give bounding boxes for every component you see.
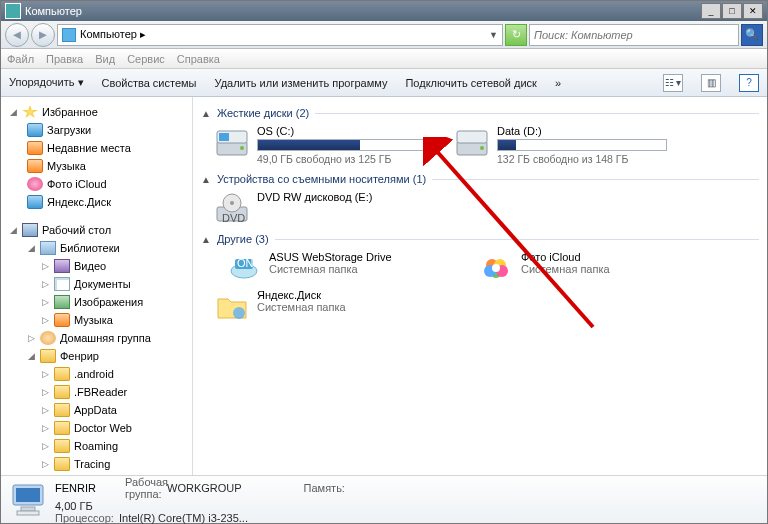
menu-edit[interactable]: Правка (46, 53, 83, 65)
titlebar[interactable]: Компьютер _ □ ✕ (1, 1, 767, 21)
svg-point-3 (240, 146, 244, 150)
sidebar-roaming[interactable]: ▷Roaming (1, 437, 192, 455)
organize-button[interactable]: Упорядочить ▾ (9, 76, 84, 89)
sidebar-fenrir[interactable]: ◢Фенрир (1, 347, 192, 365)
homegroup-icon (40, 331, 56, 345)
folder-icon (54, 421, 70, 435)
favorites-group[interactable]: ◢Избранное (1, 103, 192, 121)
sidebar-video[interactable]: ▷Видео (1, 257, 192, 275)
icloud-photos-icon (27, 177, 43, 191)
content-pane[interactable]: ▲Жесткие диски (2) OS (C:) 49,0 ГБ свобо… (193, 97, 767, 475)
forward-button[interactable]: ► (31, 23, 55, 47)
sidebar-homegroup[interactable]: ▷Домашняя группа (1, 329, 192, 347)
yandex-disk-folder-icon (215, 289, 249, 323)
svg-point-19 (492, 264, 500, 272)
sidebar-tracing[interactable]: ▷Tracing (1, 455, 192, 473)
sidebar-downloads[interactable]: Загрузки (1, 121, 192, 139)
menu-bar: Файл Правка Вид Сервис Справка (1, 49, 767, 69)
hard-drive-icon (215, 125, 249, 159)
group-other[interactable]: ▲Другие (3) (201, 233, 759, 245)
group-removable[interactable]: ▲Устройства со съемными носителями (1) (201, 173, 759, 185)
svg-point-9 (230, 201, 234, 205)
minimize-button[interactable]: _ (701, 3, 721, 19)
sidebar-documents[interactable]: ▷Документы (1, 275, 192, 293)
drive-usage-bar (497, 139, 667, 151)
desktop-icon (22, 223, 38, 237)
computer-icon (62, 28, 76, 42)
cloud-drive-icon: ON AIR (227, 251, 261, 285)
sidebar-yandex-disk[interactable]: Яндекс.Диск (1, 193, 192, 211)
svg-point-20 (233, 307, 245, 319)
view-layout-icon[interactable]: ☷ ▾ (663, 74, 683, 92)
menu-help[interactable]: Справка (177, 53, 220, 65)
folder-icon (54, 385, 70, 399)
address-bar[interactable]: Компьютер ▸ ▼ (57, 24, 503, 46)
window-title: Компьютер (25, 5, 700, 17)
window-icon (5, 3, 21, 19)
help-icon[interactable]: ? (739, 74, 759, 92)
drive-d[interactable]: Data (D:) 132 ГБ свободно из 148 ГБ (453, 123, 673, 167)
map-network-drive-button[interactable]: Подключить сетевой диск (405, 77, 536, 89)
uninstall-program-button[interactable]: Удалить или изменить программу (215, 77, 388, 89)
sidebar-android[interactable]: ▷.android (1, 365, 192, 383)
refresh-button[interactable]: ↻ (505, 24, 527, 46)
preview-pane-icon[interactable]: ▥ (701, 74, 721, 92)
nav-row: ◄ ► Компьютер ▸ ▼ ↻ 🔍 (1, 21, 767, 49)
sidebar-recent[interactable]: Недавние места (1, 139, 192, 157)
yandex-disk-icon (27, 195, 43, 209)
search-button[interactable]: 🔍 (741, 24, 763, 46)
breadcrumb[interactable]: Компьютер ▸ (80, 28, 146, 41)
desktop-group[interactable]: ◢Рабочий стол (1, 221, 192, 239)
music-icon (27, 159, 43, 173)
sidebar-music2[interactable]: ▷Музыка (1, 311, 192, 329)
collapse-icon[interactable]: ▲ (201, 174, 211, 185)
more-commands[interactable]: » (555, 77, 561, 89)
sidebar-music[interactable]: Музыка (1, 157, 192, 175)
group-hard-disks[interactable]: ▲Жесткие диски (2) (201, 107, 759, 119)
navigation-pane[interactable]: ◢Избранное Загрузки Недавние места Музык… (1, 97, 193, 475)
search-input[interactable] (530, 25, 738, 45)
breadcrumb-dropdown[interactable]: ▼ (489, 30, 498, 40)
item-photo-icloud[interactable]: Фото iCloudСистемная папка (477, 249, 697, 287)
close-button[interactable]: ✕ (743, 3, 763, 19)
menu-file[interactable]: Файл (7, 53, 34, 65)
item-asus-webstorage[interactable]: ON AIR ASUS WebStorage DriveСистемная па… (225, 249, 445, 287)
sidebar-doctorweb[interactable]: ▷Doctor Web (1, 419, 192, 437)
drive-free-text: 132 ГБ свободно из 148 ГБ (497, 153, 671, 165)
command-bar: Упорядочить ▾ Свойства системы Удалить и… (1, 69, 767, 97)
explorer-window: Компьютер _ □ ✕ ◄ ► Компьютер ▸ ▼ ↻ 🔍 Фа… (0, 0, 768, 524)
search-box[interactable] (529, 24, 739, 46)
sidebar-pictures[interactable]: ▷Изображения (1, 293, 192, 311)
drive-name: Data (D:) (497, 125, 671, 137)
icloud-photos-icon (479, 251, 513, 285)
dvd-drive-icon: DVD (215, 191, 249, 225)
menu-view[interactable]: Вид (95, 53, 115, 65)
back-button[interactable]: ◄ (5, 23, 29, 47)
collapse-icon[interactable]: ▲ (201, 108, 211, 119)
folder-icon (54, 457, 70, 471)
documents-icon (54, 277, 70, 291)
sidebar-photo-icloud[interactable]: Фото iCloud (1, 175, 192, 193)
drive-c[interactable]: OS (C:) 49,0 ГБ свободно из 125 ГБ (213, 123, 433, 167)
video-icon (54, 259, 70, 273)
svg-rect-24 (21, 507, 35, 511)
sidebar-appdata[interactable]: ▷AppData (1, 401, 192, 419)
hard-drive-icon (455, 125, 489, 159)
svg-rect-23 (16, 488, 40, 502)
collapse-icon[interactable]: ▲ (201, 234, 211, 245)
svg-text:DVD: DVD (222, 212, 245, 224)
system-properties-button[interactable]: Свойства системы (102, 77, 197, 89)
star-icon (22, 105, 38, 119)
dvd-drive[interactable]: DVD DVD RW дисковод (E:) (213, 189, 433, 227)
svg-text:ON AIR: ON AIR (237, 257, 261, 269)
libraries-icon (40, 241, 56, 255)
details-text: FENRIR Рабочая группа:WORKGROUP Память:4… (55, 476, 345, 524)
downloads-icon (27, 123, 43, 137)
sidebar-fbreader[interactable]: ▷.FBReader (1, 383, 192, 401)
window-controls: _ □ ✕ (700, 3, 763, 19)
libraries-group[interactable]: ◢Библиотеки (1, 239, 192, 257)
maximize-button[interactable]: □ (722, 3, 742, 19)
body: ◢Избранное Загрузки Недавние места Музык… (1, 97, 767, 475)
item-yandex-disk[interactable]: Яндекс.ДискСистемная папка (213, 287, 433, 325)
menu-service[interactable]: Сервис (127, 53, 165, 65)
